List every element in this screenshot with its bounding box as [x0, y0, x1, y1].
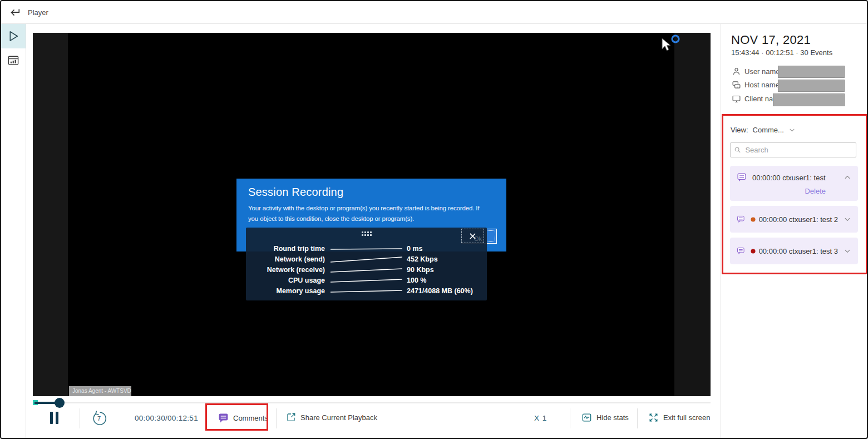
overlay-close-button[interactable]: Ok [461, 229, 484, 243]
hide-stats-button[interactable]: Hide stats [581, 412, 629, 423]
stat-label: Network (receive) [246, 266, 325, 274]
comment-text: 00:00:00 ctxuser1: test 2 [759, 215, 838, 224]
fullscreen-icon [648, 412, 659, 423]
comment-text: 00:00:00 ctxuser1: test 3 [759, 247, 838, 255]
share-playback-button[interactable]: Share Current Playback [286, 412, 377, 422]
chevron-up-icon[interactable] [844, 174, 851, 181]
chevron-down-icon [788, 126, 796, 134]
sidebar-item-activity-feed[interactable] [1, 48, 26, 73]
comment-item-3[interactable]: 00:00:00 ctxuser1: test 3 [730, 238, 858, 264]
stat-label: Network (send) [246, 255, 325, 263]
ok-label-faint: Ok [474, 235, 482, 242]
stats-icon [581, 412, 592, 423]
video-left-shade [33, 33, 68, 396]
playback-time: 00:00:30/00:12:51 [135, 414, 198, 422]
recording-meta: 15:43:44 · 00:12:51 · 30 Events [731, 48, 832, 57]
client-icon [732, 94, 741, 103]
rewind-seconds: 7 [97, 415, 101, 422]
search-icon [734, 146, 741, 154]
comment-item-2[interactable]: 00:00:00 ctxuser1: test 2 [730, 206, 858, 233]
user-icon [732, 67, 741, 76]
comment-text: 00:00:00 ctxuser1: test [752, 174, 838, 182]
comment-marker-dot [751, 217, 756, 222]
host-icon [732, 80, 741, 90]
sparkline-net-send [329, 255, 403, 263]
stat-row-net-receive: Network (receive) 90 Kbps [246, 264, 487, 275]
stat-row-cpu: CPU usage 100 % [246, 275, 487, 285]
search-input[interactable] [744, 145, 852, 155]
left-sidebar [1, 24, 26, 438]
seek-track[interactable] [65, 402, 711, 403]
pause-button[interactable] [50, 412, 58, 424]
comment-bubble-icon [737, 246, 745, 257]
hide-stats-label: Hide stats [596, 413, 629, 422]
top-header: Player [1, 1, 867, 24]
stat-value: 2471/4088 MB (60%) [407, 287, 473, 295]
comment-marker-dot [751, 249, 756, 254]
playback-speed[interactable]: X 1 [534, 414, 547, 422]
exit-fullscreen-button[interactable]: Exit full screen [648, 412, 711, 423]
stat-label: Memory usage [246, 287, 325, 295]
controls-divider [276, 408, 277, 428]
delete-comment-link[interactable]: Delete [805, 187, 826, 195]
stat-value: 452 Kbps [407, 255, 438, 263]
stat-value: 90 Kbps [407, 266, 434, 274]
stats-overlay[interactable]: Ok Round trip time 0 ms Network (send) 4… [246, 228, 487, 300]
comment-item-1[interactable]: 00:00:00 ctxuser1: test Delete [730, 166, 858, 201]
back-icon[interactable] [8, 7, 21, 19]
comments-highlight-box [205, 403, 268, 431]
share-icon [286, 412, 296, 422]
host-name-redaction [778, 80, 845, 92]
rewind-icon: 7 [90, 410, 108, 427]
pause-icon [50, 412, 58, 424]
chevron-down-icon[interactable] [844, 215, 851, 223]
host-name-label: Host name: [744, 81, 781, 89]
view-label: View: [731, 126, 748, 134]
controls-divider [637, 408, 638, 428]
sparkline-rtt [329, 245, 403, 253]
exit-fullscreen-label: Exit full screen [663, 413, 711, 422]
controls-divider [80, 408, 80, 428]
pointer-with-ring-icon [656, 34, 683, 54]
stat-label: CPU usage [246, 277, 325, 284]
rewind-button[interactable]: 7 [90, 410, 108, 427]
stat-label: Round trip time [246, 245, 325, 253]
recording-viewport[interactable]: Session Recording Your activity with the… [33, 33, 711, 396]
chart-window-icon [7, 54, 20, 67]
sidebar-item-player[interactable] [1, 24, 26, 48]
comment-bubble-icon [737, 172, 747, 183]
right-panel-divider [721, 24, 721, 438]
share-label: Share Current Playback [300, 413, 377, 422]
stat-row-memory: Memory usage 2471/4088 MB (60%) [246, 285, 487, 296]
stat-value: 100 % [407, 277, 426, 284]
comment-bubble-icon [737, 214, 745, 225]
view-selector[interactable]: View: Comme... [731, 126, 796, 134]
play-icon [6, 29, 21, 43]
seek-knob[interactable] [55, 398, 65, 408]
client-name-redaction [773, 93, 845, 106]
dialog-body-line1: Your activity with the desktop or progra… [248, 205, 479, 211]
host-name-row: Host name: [732, 80, 781, 90]
app-window: Player Session Recording Your activity w… [0, 0, 868, 439]
video-right-shade [674, 33, 711, 396]
comment-search[interactable] [730, 142, 856, 157]
dialog-body-line2: you object to this condition, close the … [248, 215, 414, 222]
sparkline-memory [329, 287, 403, 295]
chevron-down-icon[interactable] [844, 247, 851, 255]
page-title: Player [28, 8, 48, 17]
recorded-taskbar-button: Jonas Agent - AWTSVD... [69, 386, 131, 396]
stat-row-rtt: Round trip time 0 ms [246, 243, 487, 254]
recording-date: NOV 17, 2021 [731, 33, 811, 47]
user-name-row: User name: [732, 67, 782, 76]
user-name-redaction [778, 66, 845, 78]
dialog-title: Session Recording [248, 186, 343, 199]
stat-value: 0 ms [407, 245, 423, 253]
user-name-label: User name: [744, 67, 782, 76]
stat-row-net-send: Network (send) 452 Kbps [246, 254, 487, 264]
drag-handle-icon[interactable] [362, 231, 372, 236]
sparkline-cpu [329, 277, 403, 284]
controls-divider [570, 408, 570, 428]
view-value: Comme... [753, 126, 784, 134]
sparkline-net-receive [329, 266, 403, 274]
